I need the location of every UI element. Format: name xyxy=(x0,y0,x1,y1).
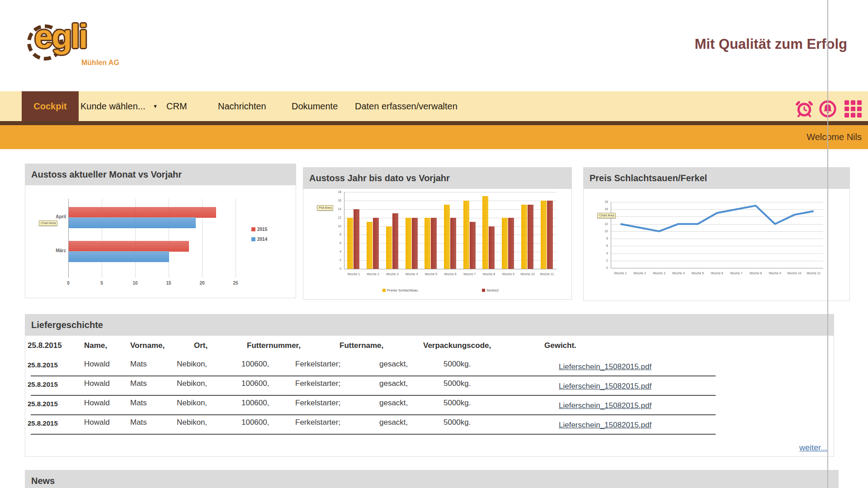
nav-item-nachrichten[interactable]: Nachrichten xyxy=(218,91,266,121)
table-cell: 100600, xyxy=(241,399,269,408)
legend-item: Preise Schlachtsau xyxy=(382,288,418,292)
table-cell: Nebikon, xyxy=(177,379,207,388)
y-tick-label: 16 xyxy=(330,199,341,202)
delivery-note-pdf-link[interactable]: Lieferschein_15082015.pdf xyxy=(559,401,651,410)
bar-Woche 11-Series2 xyxy=(547,201,553,269)
table-cell: Howald xyxy=(84,360,110,369)
x-tick-label: 25 xyxy=(233,281,238,286)
nav-item-daten-erfassen[interactable]: Daten erfassen/verwalten xyxy=(355,91,458,121)
nav-item-cockpit-active[interactable]: Cockpit xyxy=(22,91,79,121)
monthly-output-chart: 0510152025AprilChart AreaMärz20152014 xyxy=(25,185,296,298)
nav-item-dokumente[interactable]: Dokumente xyxy=(292,91,338,121)
y-tick-label: 12 xyxy=(596,222,608,225)
price-line-chart: 024681012141618Woche 1Woche 2Woche 3Woch… xyxy=(583,189,850,301)
bar-April-2014 xyxy=(69,217,196,228)
legend-label: Series2 xyxy=(486,288,499,292)
panel-news: News xyxy=(25,470,839,488)
panel-title: Austoss aktueller Monat vs Vorjahr xyxy=(25,164,296,185)
bar-Woche 7-Preise Schlachtsau xyxy=(463,201,469,269)
delivery-note-pdf-link[interactable]: Lieferschein_15082015.pdf xyxy=(559,421,651,430)
x-tick-label: Woche 11 xyxy=(540,272,554,276)
x-tick-label: Woche 7 xyxy=(463,272,476,276)
bar-Woche 6-Series2 xyxy=(450,218,456,269)
ytd-output-chart: 024681012141618Woche 1Woche 2Woche 3Woch… xyxy=(303,189,572,300)
x-tick-label: Woche 6 xyxy=(444,272,457,276)
y-tick-label: 18 xyxy=(330,190,341,193)
table-row: 25.8.2015HowaldMatsNebikon,100600,Ferkel… xyxy=(31,414,716,435)
panel-title: Liefergeschichte xyxy=(25,314,834,336)
bar-Woche 3-Series2 xyxy=(392,213,398,269)
company-logo: egli Mühlen AG xyxy=(27,13,158,74)
alarm-clock-icon[interactable] xyxy=(796,100,813,117)
panel-monthly-output: Austoss aktueller Monat vs Vorjahr 05101… xyxy=(25,164,296,298)
chart-plot-area xyxy=(68,199,236,278)
table-cell: gesackt, xyxy=(379,360,408,369)
x-tick-label: 15 xyxy=(166,281,171,286)
y-tick-label: 8 xyxy=(330,233,341,236)
dropdown-arrow-icon[interactable]: ▼ xyxy=(153,91,158,121)
nav-item-kunde-waehlen[interactable]: Kunde wählen... xyxy=(80,91,145,121)
x-tick-label: 20 xyxy=(199,281,204,286)
y-axis-line xyxy=(344,192,344,269)
y-tick-label: 4 xyxy=(330,250,341,253)
y-tick-label: 0 xyxy=(596,266,608,269)
y-tick-label: 16 xyxy=(596,207,608,211)
table-cell: Howald xyxy=(84,399,110,408)
table-cell: gesackt, xyxy=(379,418,408,427)
bar-März-2014 xyxy=(69,251,169,262)
bar-Woche 3-Preise Schlachtsau xyxy=(386,226,392,269)
table-cell: 25.8.2015 xyxy=(28,419,58,427)
y-tick-label: 0 xyxy=(330,267,341,270)
x-tick-label: Woche 2 xyxy=(367,272,379,276)
table-cell: Mats xyxy=(130,399,147,408)
table-cell: 5000kg. xyxy=(443,418,471,427)
bar-Woche 5-Series2 xyxy=(431,218,437,269)
panel-title: Austoss Jahr bis dato vs Vorjahr xyxy=(303,167,572,189)
apps-grid-icon[interactable] xyxy=(844,100,862,117)
table-cell: Ferkelstarter; xyxy=(295,360,340,369)
panel-price-chart: Preis Schlachtsauen/Ferkel 0246810121416… xyxy=(583,167,850,301)
y-tick-label: 10 xyxy=(330,225,341,228)
delivery-note-pdf-link[interactable]: Lieferschein_15082015.pdf xyxy=(559,382,651,391)
table-header-cell: Futternummer, xyxy=(247,341,301,350)
y-tick-label: 18 xyxy=(596,200,608,203)
x-tick-label: 5 xyxy=(100,281,103,286)
bar-Woche 5-Preise Schlachtsau xyxy=(425,218,430,269)
table-cell: gesackt, xyxy=(379,399,408,408)
legend-item: 2015 xyxy=(251,227,267,232)
dashboard-page: egli Mühlen AG Mit Qualität zum Erfolg C… xyxy=(0,0,868,488)
table-cell: Howald xyxy=(84,418,110,427)
table-header-cell: Gewicht. xyxy=(544,341,576,350)
y-tick-label: 2 xyxy=(330,258,341,262)
more-link[interactable]: weiter... xyxy=(799,443,827,453)
table-cell: Nebikon, xyxy=(177,399,207,408)
delivery-note-pdf-link[interactable]: Lieferschein_15082015.pdf xyxy=(559,362,651,371)
table-row: 25.8.2015HowaldMatsNebikon,100600,Ferkel… xyxy=(31,356,716,376)
bar-Woche 4-Preise Schlachtsau xyxy=(406,218,411,269)
legend-item: 2014 xyxy=(251,237,267,242)
table-cell: 25.8.2015 xyxy=(28,361,58,369)
table-cell: 25.8.2015 xyxy=(28,380,58,388)
page-divider-line xyxy=(827,0,828,488)
x-tick-label: Woche 3 xyxy=(386,272,399,276)
x-tick-label: Woche 1 xyxy=(348,272,360,276)
bar-Woche 10-Series2 xyxy=(528,205,533,269)
chart-plot-area xyxy=(611,202,823,268)
legend-label: 2014 xyxy=(257,237,267,242)
y-tick-label: 6 xyxy=(330,241,341,244)
panel-ytd-output: Austoss Jahr bis dato vs Vorjahr 0246810… xyxy=(303,167,572,300)
nav-item-crm[interactable]: CRM xyxy=(166,91,187,121)
x-tick-label: Woche 9 xyxy=(769,272,781,275)
table-header-cell: Futtername, xyxy=(340,341,383,350)
panel-title: Preis Schlachtsauen/Ferkel xyxy=(583,167,850,189)
table-header-cell: Verpackungscode, xyxy=(423,341,491,350)
bar-Woche 1-Preise Schlachtsau xyxy=(347,218,353,269)
y-tick-label: 12 xyxy=(330,216,341,219)
bar-Woche 1-Series2 xyxy=(354,209,359,269)
x-tick-label: Woche 3 xyxy=(653,272,665,275)
bar-April-2015 xyxy=(69,207,216,218)
x-tick-label: Woche 11 xyxy=(807,272,821,275)
table-header-cell: Name, xyxy=(84,341,107,350)
logo-subtitle: Mühlen AG xyxy=(81,59,119,67)
table-cell: 100600, xyxy=(241,379,269,388)
